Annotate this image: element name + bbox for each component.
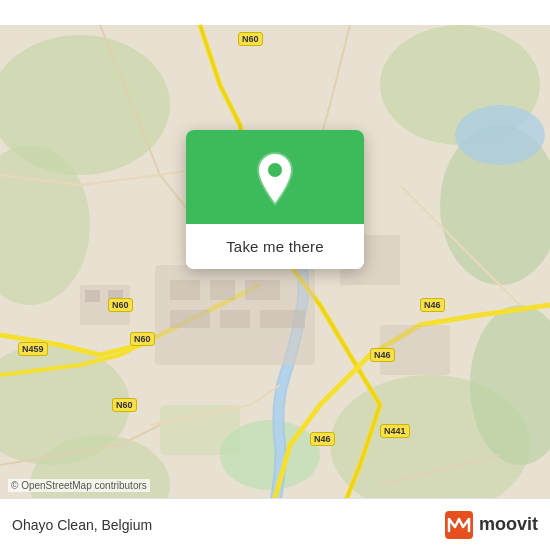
location-pin-icon [252,152,298,206]
location-name: Ohayo Clean, Belgium [12,517,152,533]
take-me-there-button[interactable]: Take me there [186,224,364,269]
svg-rect-17 [220,310,250,328]
cta-card: Take me there [186,130,364,269]
svg-rect-20 [85,290,100,302]
svg-rect-13 [170,280,200,300]
moovit-logo: moovit [445,511,538,539]
moovit-icon [445,511,473,539]
road-label-n60-top: N60 [238,32,263,46]
moovit-brand-text: moovit [479,514,538,535]
svg-point-11 [455,105,545,165]
road-label-n60-left: N60 [108,298,133,312]
svg-rect-14 [210,280,235,300]
svg-rect-18 [260,310,305,328]
svg-rect-16 [170,310,210,328]
bottom-bar: Ohayo Clean, Belgium moovit [0,498,550,550]
road-label-n441: N441 [380,424,410,438]
road-label-n60-bottom: N60 [112,398,137,412]
road-label-n46-bottom: N46 [310,432,335,446]
map-attribution: © OpenStreetMap contributors [8,479,150,492]
road-label-n459: N459 [18,342,48,356]
cta-icon-area [186,130,364,224]
road-label-n46-mid: N46 [370,348,395,362]
road-label-n60-left2: N60 [130,332,155,346]
map-background [0,0,550,550]
svg-point-10 [220,420,320,490]
svg-point-24 [268,163,282,177]
svg-rect-15 [245,280,280,300]
map-container: N60 N60 N60 N60 N60 N46 N46 N46 N459 N44… [0,0,550,550]
road-label-n46-right: N46 [420,298,445,312]
